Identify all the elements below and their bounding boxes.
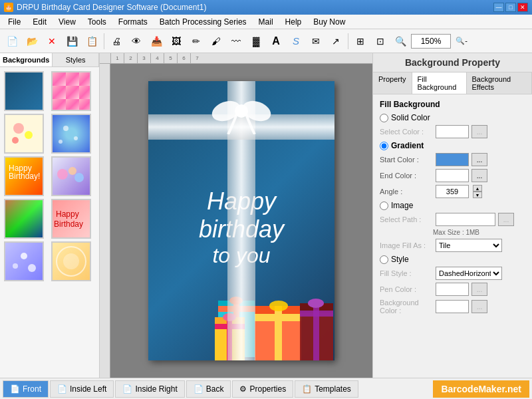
svg-point-2	[12, 137, 19, 144]
angle-down[interactable]: ▼	[473, 192, 482, 198]
gradient-radio[interactable]	[380, 142, 388, 150]
toolbar: 📄 📂 ✕ 💾 📋 🖨 👁 📥 🖼 ✏ 🖌 〰 ▓ A S ✉ ↗ ⊞ ⊡ 🔍 …	[0, 29, 532, 53]
image-radio[interactable]	[380, 201, 388, 210]
zoom-input[interactable]: 150%	[411, 34, 451, 49]
sep2	[348, 33, 348, 49]
open-button[interactable]: 📂	[23, 32, 41, 51]
svg-point-16	[28, 264, 36, 272]
inside-left-label: Inside Left	[70, 384, 106, 394]
email-button[interactable]: ✉	[307, 32, 325, 51]
tab-back[interactable]: 📄 Back	[186, 380, 231, 398]
wordart-button[interactable]: S	[287, 32, 305, 51]
maximize-button[interactable]: □	[505, 3, 516, 12]
bg-thumb-4[interactable]	[51, 114, 91, 154]
copy-button[interactable]: 📋	[82, 32, 101, 51]
card-preview[interactable]: Happy birthday to you	[148, 81, 334, 360]
path-input[interactable]	[436, 213, 495, 226]
solid-color-row: Solid Color	[380, 113, 525, 122]
angle-up[interactable]: ▲	[473, 185, 482, 192]
gradient-label: Gradient	[391, 141, 424, 150]
tab-styles[interactable]: Styles	[53, 53, 99, 66]
menu-formats[interactable]: Formats	[113, 16, 153, 28]
right-panel: Background Property Property Fill Backgr…	[372, 53, 532, 378]
tab-properties[interactable]: ⚙ Properties	[232, 380, 293, 398]
svg-point-1	[25, 131, 33, 139]
solid-color-browse[interactable]: ...	[471, 125, 487, 138]
grid-button[interactable]: ⊞	[351, 32, 370, 51]
bottombar: 📄 Front 📄 Inside Left 📄 Inside Right 📄 B…	[0, 378, 532, 399]
menu-mail[interactable]: Mail	[253, 16, 279, 28]
barcode-button[interactable]: ▓	[247, 32, 265, 51]
pen-button[interactable]: ✏	[187, 32, 205, 51]
tab-property[interactable]: Property	[373, 72, 412, 94]
path-browse[interactable]: ...	[498, 213, 514, 226]
tab-backgrounds[interactable]: Backgrounds	[0, 53, 53, 66]
zoom-in-button[interactable]: 🔍	[391, 32, 410, 51]
bg-thumb-2[interactable]	[51, 71, 91, 111]
bg-thumb-9[interactable]	[4, 241, 44, 281]
bg-thumb-5[interactable]: Happy Birthday!	[4, 156, 44, 196]
tab-front[interactable]: 📄 Front	[3, 380, 49, 398]
image-fill-select[interactable]: Tile Stretch Center	[436, 239, 502, 252]
zoom-out-button[interactable]: 🔍-	[452, 32, 471, 51]
menu-tools[interactable]: Tools	[82, 16, 112, 28]
bg-thumb-7[interactable]	[4, 199, 44, 239]
tab-fill-background[interactable]: Fill Background	[412, 72, 467, 94]
menu-edit[interactable]: Edit	[27, 16, 52, 28]
templates-label: Templates	[315, 384, 351, 394]
menu-batch[interactable]: Batch Processing Series	[154, 16, 252, 28]
tab-templates[interactable]: 📋 Templates	[295, 380, 358, 398]
close-button[interactable]: ✕	[517, 3, 528, 12]
ruler-vertical	[100, 64, 110, 378]
titlebar: 🎂 DRPU Birthday Card Designer Software (…	[0, 0, 532, 15]
tab-inside-right[interactable]: 📄 Inside Right	[115, 380, 184, 398]
text-button[interactable]: A	[267, 32, 285, 51]
tick: 7	[190, 53, 203, 64]
new-button[interactable]: 📄	[3, 32, 21, 51]
preview-button[interactable]: 👁	[127, 32, 146, 51]
cursor-button[interactable]: ↗	[327, 32, 345, 51]
start-color-browse[interactable]: ...	[471, 153, 487, 166]
menu-help[interactable]: Help	[280, 16, 307, 28]
solid-color-radio[interactable]	[380, 114, 388, 122]
menu-file[interactable]: File	[3, 16, 26, 28]
tick: 6	[177, 53, 190, 64]
save-button[interactable]: 💾	[63, 32, 81, 51]
menu-view[interactable]: View	[53, 16, 81, 28]
app-icon: 🎂	[4, 3, 13, 12]
import-button[interactable]: 📥	[147, 32, 166, 51]
menu-buynow[interactable]: Buy Now	[308, 16, 350, 28]
delete-button[interactable]: ✕	[43, 32, 61, 51]
main-layout: Backgrounds Styles	[0, 53, 532, 378]
bg-thumb-1[interactable]	[4, 71, 44, 111]
start-color-box[interactable]	[436, 153, 469, 166]
print-button[interactable]: 🖨	[107, 32, 126, 51]
svg-point-0	[13, 123, 24, 134]
scale-button[interactable]: ⊡	[371, 32, 390, 51]
style-label: Style	[391, 255, 409, 264]
bg-thumb-6[interactable]	[51, 156, 91, 196]
pen-color-browse[interactable]: ...	[471, 283, 487, 296]
wave-button[interactable]: 〰	[227, 32, 245, 51]
minimize-button[interactable]: —	[493, 3, 504, 12]
bg-color-box[interactable]	[436, 300, 469, 313]
canvas-area[interactable]: 1 2 3 4 5 6 7	[100, 53, 372, 378]
bg-thumb-8[interactable]: Happy Birthday	[51, 199, 91, 239]
bg-thumb-3[interactable]	[4, 114, 44, 154]
bg-thumb-10[interactable]	[51, 241, 91, 281]
tab-background-effects[interactable]: Background Effects	[467, 72, 533, 94]
properties-icon: ⚙	[239, 384, 247, 394]
style-radio[interactable]	[380, 255, 388, 264]
image-button[interactable]: 🖼	[167, 32, 186, 51]
image-fill-row: Image Fill As : Tile Stretch Center	[380, 239, 525, 252]
end-color-browse[interactable]: ...	[471, 169, 487, 182]
properties-label: Properties	[249, 384, 286, 394]
angle-input[interactable]: 359	[436, 185, 469, 198]
paint-button[interactable]: 🖌	[207, 32, 225, 51]
pen-color-box[interactable]	[436, 283, 469, 296]
bg-color-browse[interactable]: ...	[471, 300, 487, 313]
solid-color-box[interactable]	[436, 125, 469, 138]
end-color-box[interactable]	[436, 169, 469, 182]
fill-style-select[interactable]: DashedHorizontal Horizontal Vertical	[436, 267, 502, 280]
tab-inside-left[interactable]: 📄 Inside Left	[50, 380, 114, 398]
